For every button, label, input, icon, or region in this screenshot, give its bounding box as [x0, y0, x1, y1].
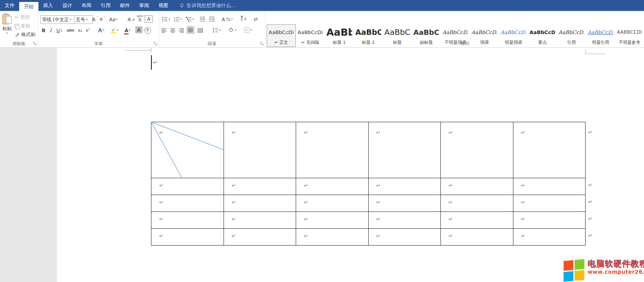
- table-cell-r3c3[interactable]: ↵: [296, 195, 369, 212]
- paragraph-group: ▾ 123 ▾ ▾: [159, 11, 266, 47]
- font-dialog-launcher[interactable]: [154, 42, 158, 46]
- font-size-dropdown-icon[interactable]: ▾: [86, 18, 88, 21]
- table-cell-r2c1[interactable]: ↵: [151, 178, 224, 195]
- shading-button[interactable]: ▾: [226, 26, 238, 34]
- text-effects-button[interactable]: A▾: [96, 26, 106, 34]
- phonetic-guide-button[interactable]: wén 文: [136, 14, 144, 22]
- table-cell-r4c1[interactable]: ↵: [151, 212, 224, 229]
- justify-button[interactable]: [186, 26, 195, 34]
- tab-视图[interactable]: 视图: [154, 0, 173, 11]
- font-name-dropdown-icon[interactable]: ▾: [70, 18, 71, 21]
- tell-me-box[interactable]: 告诉我您想要做什么...: [179, 0, 235, 11]
- table-cell-r1c3[interactable]: ↵: [296, 122, 369, 178]
- table-cell-r2c6[interactable]: ↵: [513, 178, 586, 195]
- change-case-button[interactable]: Aa▾: [108, 15, 118, 23]
- table-cell-r1c4[interactable]: ↵: [369, 122, 441, 178]
- style-item-引用[interactable]: AaBbCcD.引用: [557, 24, 586, 47]
- table-cell-r1c2[interactable]: ↵: [224, 122, 297, 178]
- table-cell-r5c4[interactable]: ↵: [369, 229, 441, 246]
- show-hide-marks-button[interactable]: ⇄: [251, 15, 260, 23]
- underline-button[interactable]: U▾: [55, 26, 64, 34]
- align-left-button[interactable]: [160, 26, 168, 34]
- table-cell-r3c5[interactable]: ↵: [441, 195, 513, 212]
- tab-开始[interactable]: 开始: [19, 2, 38, 11]
- enclose-characters-button[interactable]: 字: [144, 26, 151, 34]
- paste-dropdown-icon[interactable]: ▾: [6, 32, 8, 35]
- tab-布局[interactable]: 布局: [77, 0, 96, 11]
- asian-layout-button[interactable]: A ▾: [221, 15, 233, 23]
- tab-邮件[interactable]: 邮件: [115, 0, 135, 11]
- table-cell-r5c2[interactable]: ↵: [224, 229, 297, 246]
- decrease-indent-button[interactable]: [198, 15, 207, 23]
- clear-formatting-button[interactable]: A: [127, 15, 135, 23]
- table-cell-r5c6[interactable]: ↵: [513, 229, 586, 246]
- style-item-标题 2[interactable]: AaBbC标题 2: [354, 24, 383, 47]
- table-cell-r2c2[interactable]: ↵: [224, 178, 297, 195]
- highlight-color-button[interactable]: ▾: [109, 26, 120, 34]
- style-label: 明显引用: [592, 40, 609, 45]
- table-cell-r2c4[interactable]: ↵: [369, 178, 441, 195]
- style-item-标题[interactable]: AaBbC标题: [383, 24, 412, 47]
- table-cell-r1c5[interactable]: ↵: [441, 122, 513, 178]
- borders-button[interactable]: ▾: [242, 26, 254, 34]
- character-shading-button[interactable]: A: [135, 26, 142, 33]
- subscript-button[interactable]: x₂: [76, 26, 84, 34]
- shrink-font-button[interactable]: A˅: [99, 15, 106, 23]
- table-cell-r2c5[interactable]: ↵: [441, 178, 513, 195]
- table-cell-r5c5[interactable]: ↵: [441, 229, 513, 246]
- table-cell-r1c1[interactable]: ↵: [151, 122, 224, 178]
- font-size-combobox[interactable]: 五号 ▾: [74, 15, 93, 24]
- copy-label: 复制: [21, 23, 30, 29]
- cut-button[interactable]: ✂ 剪切: [15, 14, 30, 21]
- style-sample: AaBbC: [384, 25, 410, 40]
- style-item-明显引用[interactable]: AaBbCcD.明显引用: [586, 24, 615, 47]
- multilevel-list-button[interactable]: ▾: [184, 15, 196, 23]
- table-cell-r3c2[interactable]: ↵: [224, 195, 297, 212]
- bullets-button[interactable]: ▾: [160, 15, 171, 23]
- style-item-无间隔[interactable]: AaBbCcDi↵ 无间隔: [296, 24, 325, 47]
- table-cell-r4c4[interactable]: ↵: [369, 212, 441, 229]
- table-cell-r4c5[interactable]: ↵: [441, 212, 513, 229]
- sort-button[interactable]: A Z ↓: [240, 14, 248, 22]
- table-cell-r4c6[interactable]: ↵: [513, 212, 586, 229]
- align-right-button[interactable]: [178, 26, 186, 34]
- strikethrough-button[interactable]: abc: [65, 26, 76, 34]
- superscript-button[interactable]: x²: [84, 26, 91, 34]
- style-item-正文[interactable]: AaBbCcDi↵ 正文: [267, 24, 296, 47]
- style-item-不明显参考[interactable]: AABBCCDI不明显参考: [615, 24, 644, 47]
- font-color-button[interactable]: A ▾: [122, 26, 133, 34]
- paragraph-dialog-launcher[interactable]: [260, 42, 264, 46]
- table-cell-r3c4[interactable]: ↵: [369, 195, 441, 212]
- format-painter-button[interactable]: 格式刷: [15, 31, 35, 38]
- font-name-combobox[interactable]: 等线 (中文正 ▾: [40, 15, 76, 24]
- style-item-要点[interactable]: AaBbCcD要点: [528, 24, 557, 47]
- table-cell-r2c3[interactable]: ↵: [296, 178, 369, 195]
- grow-font-button[interactable]: A˄: [91, 15, 98, 23]
- bold-button[interactable]: B: [40, 26, 47, 34]
- tab-设计[interactable]: 设计: [58, 0, 77, 11]
- increase-indent-button[interactable]: [207, 15, 216, 23]
- table-cell-r4c3[interactable]: ↵: [296, 212, 369, 229]
- tab-引用[interactable]: 引用: [96, 0, 115, 11]
- copy-button[interactable]: 复制: [15, 23, 30, 29]
- clipboard-group-label: 剪贴板: [0, 41, 38, 47]
- style-item-标题 1[interactable]: AaBbC标题 1: [325, 24, 354, 47]
- tab-file[interactable]: 文件: [0, 0, 19, 11]
- table-cell-r3c6[interactable]: ↵: [513, 195, 586, 212]
- style-item-明显强调[interactable]: AaBbCcD.明显强调: [499, 24, 528, 47]
- distribute-button[interactable]: [196, 26, 204, 34]
- table-cell-r1c6[interactable]: ↵: [513, 122, 586, 178]
- table-cell-r5c1[interactable]: ↵: [151, 229, 224, 246]
- italic-button[interactable]: I: [48, 26, 53, 34]
- table-cell-r5c3[interactable]: ↵: [296, 229, 369, 246]
- align-center-button[interactable]: [169, 26, 177, 34]
- table-cell-r4c2[interactable]: ↵: [224, 212, 297, 229]
- character-border-button[interactable]: A: [145, 15, 153, 23]
- table-cell-r3c1[interactable]: ↵: [151, 195, 224, 212]
- tab-插入[interactable]: 插入: [38, 0, 58, 11]
- numbering-button[interactable]: 123 ▾: [172, 15, 183, 23]
- tab-审阅[interactable]: 审阅: [135, 0, 154, 11]
- line-spacing-button[interactable]: ▾: [211, 26, 222, 34]
- clipboard-dialog-launcher[interactable]: [33, 42, 37, 46]
- paste-button[interactable]: 粘贴 ▾: [1, 13, 13, 42]
